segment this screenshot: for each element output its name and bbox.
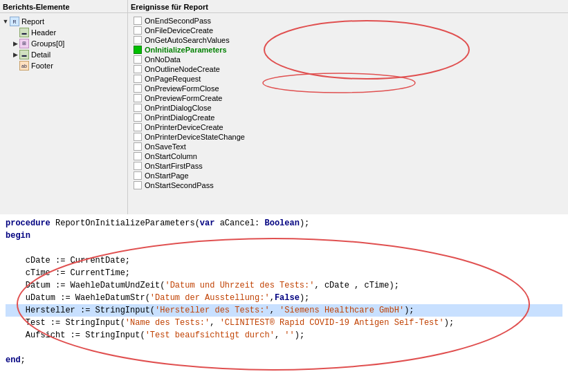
code-line-12: end; — [6, 354, 562, 366]
tree-icon-detail: ▬ — [19, 50, 29, 59]
event-icon-OnOutlineNodeCreate — [134, 65, 142, 73]
event-label-OnPrinterDeviceCreate: OnPrinterDeviceCreate — [145, 123, 223, 131]
event-icon-OnInitializeParameters — [134, 46, 142, 54]
code-line-9: Test := StringInput('Name des Tests:', '… — [6, 317, 562, 329]
event-icon-OnPrinterDeviceStateChange — [134, 133, 142, 141]
tree-toggle-header[interactable] — [11, 28, 19, 37]
event-label-OnPreviewFormClose: OnPreviewFormClose — [145, 84, 219, 93]
event-icon-OnStartFirstPass — [134, 162, 142, 170]
event-item-OnStartColumn[interactable]: OnStartColumn — [131, 151, 565, 161]
event-label-OnInitializeParameters: OnInitializeParameters — [145, 46, 227, 54]
tree-item-report[interactable]: ▼RReport — [1, 16, 126, 27]
event-item-OnNoData[interactable]: OnNoData — [131, 55, 565, 64]
tree-icon-footer: ab — [19, 61, 29, 71]
event-item-OnStartFirstPass[interactable]: OnStartFirstPass — [131, 161, 565, 171]
code-line-7: uDatum := WaehleDatumStr('Datum der Auss… — [6, 292, 562, 304]
event-item-OnStartPage[interactable]: OnStartPage — [131, 171, 565, 180]
event-label-OnOutlineNodeCreate: OnOutlineNodeCreate — [145, 65, 220, 73]
event-icon-OnPreviewFormCreate — [134, 94, 142, 102]
main-container: Berichts-Elemente ▼RReport▬Header▶⊞Group… — [0, 0, 568, 392]
code-editor[interactable]: procedure ReportOnInitializeParameters(v… — [0, 214, 568, 392]
event-label-OnStartColumn: OnStartColumn — [145, 152, 197, 160]
event-icon-OnStartSecondPass — [134, 181, 142, 189]
event-item-OnEndSecondPass[interactable]: OnEndSecondPass — [131, 16, 565, 26]
event-label-OnStartFirstPass: OnStartFirstPass — [145, 162, 203, 170]
right-panel: Ereignisse für Report OnEndSecondPassOnF… — [128, 0, 568, 214]
tree-label-header: Header — [31, 28, 56, 37]
code-line-6: Datum := WaehleDatumUndZeit('Datum und U… — [6, 279, 562, 292]
left-panel: Berichts-Elemente ▼RReport▬Header▶⊞Group… — [0, 0, 128, 214]
tree-label-detail: Detail — [31, 50, 51, 59]
event-item-OnPrinterDeviceStateChange[interactable]: OnPrinterDeviceStateChange — [131, 132, 565, 142]
event-icon-OnNoData — [134, 55, 142, 64]
event-item-OnPageRequest[interactable]: OnPageRequest — [131, 74, 565, 84]
code-line-8: Hersteller := StringInput('Hersteller de… — [6, 304, 562, 317]
event-icon-OnStartColumn — [134, 152, 142, 160]
right-panel-title: Ereignisse für Report — [128, 1, 568, 13]
event-item-OnPrinterDeviceCreate[interactable]: OnPrinterDeviceCreate — [131, 122, 565, 132]
event-label-OnStartSecondPass: OnStartSecondPass — [145, 181, 214, 189]
tree-toggle-groups[interactable]: ▶ — [11, 39, 19, 48]
event-item-OnPreviewFormCreate[interactable]: OnPreviewFormCreate — [131, 93, 565, 103]
tree-toggle-detail[interactable]: ▶ — [11, 50, 19, 59]
tree-item-header[interactable]: ▬Header — [1, 27, 126, 38]
event-label-OnEndSecondPass: OnEndSecondPass — [145, 17, 211, 25]
event-item-OnInitializeParameters[interactable]: OnInitializeParameters — [131, 45, 565, 55]
tree-label-footer: Footer — [31, 62, 53, 70]
code-line-5: cTime := CurrentTime; — [6, 267, 562, 279]
event-item-OnFileDeviceCreate[interactable]: OnFileDeviceCreate — [131, 26, 565, 35]
tree-toggle-footer[interactable] — [11, 62, 19, 70]
event-icon-OnPrintDialogCreate — [134, 113, 142, 122]
event-label-OnSaveText: OnSaveText — [145, 142, 186, 151]
event-label-OnPrintDialogCreate: OnPrintDialogCreate — [145, 113, 215, 122]
event-icon-OnEndSecondPass — [134, 17, 142, 25]
event-label-OnPageRequest: OnPageRequest — [145, 75, 201, 83]
top-wrapper: Berichts-Elemente ▼RReport▬Header▶⊞Group… — [0, 0, 568, 214]
tree-item-groups[interactable]: ▶⊞Groups[0] — [1, 38, 126, 49]
tree-toggle-report[interactable]: ▼ — [1, 17, 10, 26]
event-icon-OnStartPage — [134, 171, 142, 180]
event-item-OnPrintDialogClose[interactable]: OnPrintDialogClose — [131, 103, 565, 113]
tree-icon-report: R — [10, 17, 19, 26]
event-item-OnStartSecondPass[interactable]: OnStartSecondPass — [131, 180, 565, 190]
event-item-OnPrintDialogCreate[interactable]: OnPrintDialogCreate — [131, 113, 565, 122]
event-label-OnNoData: OnNoData — [145, 55, 181, 64]
event-icon-OnFileDeviceCreate — [134, 26, 142, 35]
event-icon-OnPrinterDeviceCreate — [134, 123, 142, 131]
code-line-3 — [6, 242, 562, 254]
event-label-OnPrinterDeviceStateChange: OnPrinterDeviceStateChange — [145, 133, 245, 141]
event-item-OnOutlineNodeCreate[interactable]: OnOutlineNodeCreate — [131, 64, 565, 74]
code-line-10: Aufsicht := StringInput('Test beaufsicht… — [6, 329, 562, 342]
event-label-OnPrintDialogClose: OnPrintDialogClose — [145, 104, 212, 112]
event-label-OnFileDeviceCreate: OnFileDeviceCreate — [145, 26, 213, 35]
event-label-OnStartPage: OnStartPage — [145, 171, 189, 180]
code-line-2: begin — [6, 230, 562, 242]
event-label-OnPreviewFormCreate: OnPreviewFormCreate — [145, 94, 222, 102]
tree-icon-groups: ⊞ — [19, 39, 29, 48]
tree-label-groups: Groups[0] — [31, 39, 64, 48]
bottom-panel: procedure ReportOnInitializeParameters(v… — [0, 214, 568, 392]
event-icon-OnPrintDialogClose — [134, 104, 142, 112]
tree-item-detail[interactable]: ▶▬Detail — [1, 49, 126, 60]
event-item-OnPreviewFormClose[interactable]: OnPreviewFormClose — [131, 84, 565, 93]
tree-item-footer[interactable]: abFooter — [1, 60, 126, 71]
tree-icon-header: ▬ — [19, 28, 29, 37]
tree-label-report: Report — [21, 17, 44, 26]
events-list: OnEndSecondPassOnFileDeviceCreateOnGetAu… — [128, 13, 568, 209]
event-item-OnGetAutoSearchValues[interactable]: OnGetAutoSearchValues — [131, 35, 565, 45]
event-icon-OnGetAutoSearchValues — [134, 36, 142, 44]
tree-container: ▼RReport▬Header▶⊞Groups[0]▶▬DetailabFoot… — [0, 13, 127, 74]
event-item-OnSaveText[interactable]: OnSaveText — [131, 142, 565, 151]
event-label-OnGetAutoSearchValues: OnGetAutoSearchValues — [145, 36, 230, 44]
event-icon-OnPageRequest — [134, 75, 142, 83]
code-line-1: procedure ReportOnInitializeParameters(v… — [6, 217, 562, 230]
code-line-4: cDate := CurrentDate; — [6, 254, 562, 267]
code-line-11 — [6, 342, 562, 354]
event-icon-OnPreviewFormClose — [134, 84, 142, 93]
event-icon-OnSaveText — [134, 142, 142, 151]
left-panel-title: Berichts-Elemente — [0, 1, 127, 13]
